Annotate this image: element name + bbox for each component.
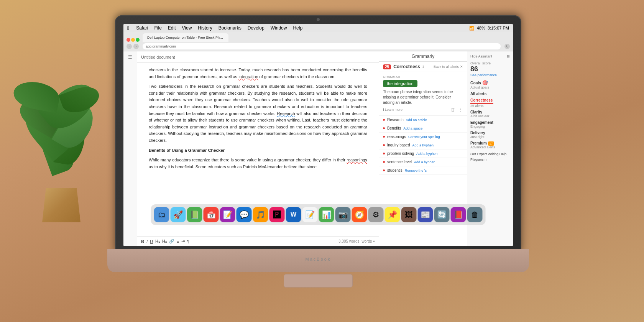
back-button[interactable]: ‹: [127, 44, 132, 49]
menu-view[interactable]: View: [179, 25, 195, 31]
alert-word: inquiry based: [387, 143, 410, 147]
flagged-word-integration[interactable]: integration: [238, 74, 258, 79]
alert-dot: [383, 136, 385, 138]
alert-action[interactable]: Add a space: [403, 127, 422, 130]
alert-action[interactable]: Correct your spelling: [408, 135, 440, 139]
premium-score-item[interactable]: Premium 17 Advanced alerts: [470, 141, 510, 149]
forward-button[interactable]: ›: [133, 44, 139, 49]
dock-contacts[interactable]: 📗: [187, 207, 202, 222]
correctness-score-item[interactable]: Correctness 25 alerts: [470, 98, 510, 108]
underline-button[interactable]: U: [150, 239, 153, 244]
alert-action[interactable]: Remove the 's: [405, 169, 427, 172]
bold-heading: Benefits of Using a Grammar Checker: [149, 148, 225, 153]
alert-dot: [383, 153, 385, 154]
maximize-button[interactable]: [136, 38, 140, 42]
italic-button[interactable]: I: [146, 239, 148, 244]
laptop:  Safari File Edit View History Bookmark…: [107, 15, 529, 307]
dock-photos[interactable]: 📷: [335, 207, 351, 222]
indent-button[interactable]: ⇥: [181, 239, 185, 244]
alert-action[interactable]: Add an article: [406, 118, 427, 122]
adjust-goals-link[interactable]: Adjust goals: [470, 85, 510, 89]
url-bar[interactable]: app.grammarly.com: [143, 43, 501, 49]
suggestion-description: The noun phrase integration seems to be …: [383, 89, 463, 105]
dock-notes[interactable]: 📝: [220, 207, 235, 222]
dock-messages[interactable]: 💬: [237, 207, 252, 222]
dock-trash[interactable]: 🗑: [467, 207, 483, 222]
heading2-button[interactable]: H₂: [162, 239, 167, 244]
dock-books[interactable]: 📕: [451, 207, 466, 222]
doc-text: of grammar checkers into the classroom.: [258, 74, 336, 79]
menu-develop[interactable]: Develop: [245, 25, 268, 31]
dock-system-prefs[interactable]: ⚙: [368, 207, 384, 222]
engagement-score-item[interactable]: Engagement Engaging: [470, 120, 510, 128]
battery-indicator: 48%: [477, 26, 485, 30]
document-title[interactable]: Untitled document: [141, 55, 175, 59]
menu-help[interactable]: Help: [290, 25, 306, 31]
laptop-trackpad[interactable]: [284, 274, 353, 288]
browser-tab[interactable]: Dell Laptop Computer on Table - Free Sto…: [143, 33, 228, 42]
all-alerts-row[interactable]: All alerts: [470, 92, 510, 96]
dock-finder[interactable]: 🗂: [154, 207, 169, 222]
url-text: app.grammarly.com: [146, 44, 176, 48]
delete-suggestion-button[interactable]: 🗑: [451, 107, 455, 112]
list-button[interactable]: ≡: [177, 239, 179, 244]
format-button[interactable]: ¶: [187, 239, 189, 244]
dock-launchpad[interactable]: 🚀: [171, 207, 186, 222]
hide-assistant-icon[interactable]: ⊟: [507, 54, 510, 58]
heading1-button[interactable]: H₁: [155, 239, 160, 244]
bold-button[interactable]: B: [141, 239, 144, 244]
alert-dot: [383, 119, 385, 121]
grammarly-left-nav: ☰: [123, 51, 137, 246]
delivery-score-item[interactable]: Delivery Just right: [470, 131, 510, 139]
doc-text: While many educators recognize that ther…: [149, 158, 347, 162]
paragraph-4: While many educators recognize that ther…: [149, 157, 367, 170]
back-to-alerts[interactable]: Back to all alerts ✕: [434, 65, 463, 69]
clarity-score-item[interactable]: Clarity A bit unclear: [470, 110, 510, 118]
dock-notepad[interactable]: 📝: [302, 207, 318, 222]
browser-toolbar: ‹ › app.grammarly.com ↻: [123, 42, 513, 51]
overall-score-label: Overall score: [470, 61, 510, 65]
close-button[interactable]: [127, 38, 130, 42]
alert-action[interactable]: Add a hyphen: [412, 143, 434, 147]
alert-action[interactable]: Add a hyphen: [416, 152, 438, 156]
goals-row[interactable]: Goals 🎯 Adjust goals: [470, 80, 510, 89]
dock-powerpoint[interactable]: 🅿: [269, 207, 285, 222]
plagiarism-label[interactable]: Plagiarism: [470, 158, 510, 161]
info-icon[interactable]: ℹ: [422, 65, 424, 69]
more-options-button[interactable]: ⋮: [458, 107, 463, 112]
dock-word[interactable]: W: [286, 207, 301, 222]
apple-menu-icon[interactable]: : [123, 25, 133, 31]
alert-item: Research Add an article: [379, 116, 467, 124]
refresh-button[interactable]: ↻: [504, 44, 510, 49]
dock-migrate[interactable]: 🔄: [434, 207, 450, 222]
menu-history[interactable]: History: [195, 25, 215, 31]
grammarly-title: Grammarly: [412, 54, 434, 59]
alert-word: sentence level: [387, 160, 412, 164]
dock-numbers[interactable]: 📊: [319, 207, 334, 222]
dock-safari[interactable]: 🧭: [352, 207, 367, 222]
learn-more-label: Learn more: [385, 108, 402, 112]
learn-more-link[interactable]: ℹ Learn more: [383, 108, 402, 112]
minimize-button[interactable]: [131, 38, 135, 42]
hamburger-icon[interactable]: ☰: [128, 54, 132, 60]
dock-stickies[interactable]: 📌: [385, 207, 400, 222]
expert-writing-label[interactable]: Get Expert Writing Help: [470, 152, 510, 156]
link-button[interactable]: 🔗: [169, 239, 174, 244]
suggestion-chip[interactable]: the integration: [383, 80, 417, 87]
dock-preview[interactable]: 🖼: [401, 207, 417, 222]
flagged-word-reasonings[interactable]: reasonings: [347, 158, 367, 162]
close-icon[interactable]: ✕: [460, 65, 463, 69]
menu-safari[interactable]: Safari: [133, 25, 151, 31]
menu-window[interactable]: Window: [268, 25, 290, 31]
dock-calendar[interactable]: 📅: [204, 207, 219, 222]
menu-file[interactable]: File: [151, 25, 164, 31]
flagged-word-research[interactable]: Research: [277, 111, 295, 116]
dock-music[interactable]: 🎵: [253, 207, 268, 222]
dock-news[interactable]: 📰: [418, 207, 433, 222]
alert-dot: [383, 169, 385, 171]
hide-assistant-label[interactable]: Hide Assistant: [470, 54, 492, 58]
see-performance-link[interactable]: See performance: [470, 73, 510, 77]
menu-edit[interactable]: Edit: [165, 25, 179, 31]
alert-action[interactable]: Add a hyphen: [414, 160, 435, 164]
menu-bookmarks[interactable]: Bookmarks: [215, 25, 245, 31]
